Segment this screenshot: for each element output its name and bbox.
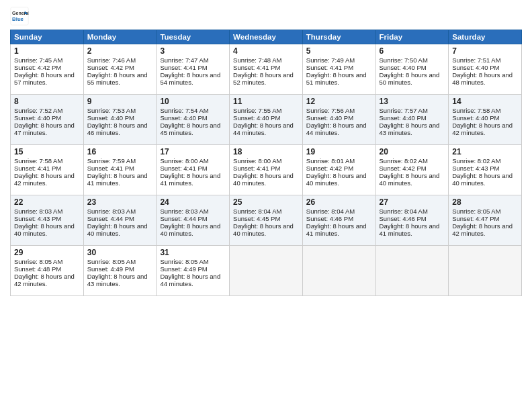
sunrise-label: Sunrise: 7:56 AM <box>306 107 355 114</box>
sunset-label: Sunset: 4:42 PM <box>87 64 134 71</box>
day-number: 12 <box>306 97 372 106</box>
col-header-wednesday: Wednesday <box>230 30 303 44</box>
daylight-label: Daylight: 8 hours and 47 minutes. <box>14 122 75 136</box>
day-number: 5 <box>306 46 372 56</box>
day-cell: 21 Sunrise: 8:02 AM Sunset: 4:43 PM Dayl… <box>449 145 522 195</box>
logo: General Blue <box>10 7 30 26</box>
col-header-thursday: Thursday <box>302 30 375 44</box>
day-number: 8 <box>14 97 80 106</box>
daylight-label: Daylight: 8 hours and 40 minutes. <box>233 172 294 187</box>
sunrise-label: Sunrise: 7:57 AM <box>380 107 428 114</box>
sunset-label: Sunset: 4:40 PM <box>160 114 207 122</box>
sunrise-label: Sunrise: 7:52 AM <box>14 107 62 114</box>
sunset-label: Sunset: 4:41 PM <box>233 165 280 172</box>
week-row-4: 22 Sunrise: 8:03 AM Sunset: 4:43 PM Dayl… <box>11 195 522 246</box>
day-cell: 6 Sunrise: 7:50 AM Sunset: 4:40 PM Dayli… <box>375 44 449 95</box>
day-cell <box>302 246 375 296</box>
day-cell: 7 Sunrise: 7:51 AM Sunset: 4:40 PM Dayli… <box>449 44 522 95</box>
day-number: 9 <box>87 97 153 106</box>
sunrise-label: Sunrise: 7:47 AM <box>160 56 208 64</box>
day-cell: 23 Sunrise: 8:03 AM Sunset: 4:44 PM Dayl… <box>83 195 157 246</box>
day-number: 22 <box>14 197 80 207</box>
header: General Blue <box>10 7 522 26</box>
sunrise-label: Sunrise: 8:02 AM <box>380 157 428 165</box>
day-cell: 24 Sunrise: 8:03 AM Sunset: 4:44 PM Dayl… <box>157 195 230 246</box>
col-header-tuesday: Tuesday <box>157 30 230 44</box>
sunset-label: Sunset: 4:41 PM <box>14 165 61 172</box>
sunrise-label: Sunrise: 8:00 AM <box>160 157 208 165</box>
sunrise-label: Sunrise: 8:01 AM <box>306 157 355 165</box>
daylight-label: Daylight: 8 hours and 42 minutes. <box>14 273 75 287</box>
week-row-1: 1 Sunrise: 7:45 AM Sunset: 4:42 PM Dayli… <box>11 44 522 95</box>
sunset-label: Sunset: 4:49 PM <box>87 265 134 273</box>
day-number: 11 <box>233 97 299 106</box>
day-number: 27 <box>380 197 445 207</box>
daylight-label: Daylight: 8 hours and 48 minutes. <box>452 71 513 86</box>
day-cell: 12 Sunrise: 7:56 AM Sunset: 4:40 PM Dayl… <box>302 95 375 145</box>
day-number: 30 <box>87 248 153 257</box>
day-number: 31 <box>160 248 226 257</box>
day-number: 20 <box>380 147 445 156</box>
day-cell: 28 Sunrise: 8:05 AM Sunset: 4:47 PM Dayl… <box>449 195 522 246</box>
sunset-label: Sunset: 4:41 PM <box>160 165 207 172</box>
col-header-friday: Friday <box>375 30 449 44</box>
sunset-label: Sunset: 4:43 PM <box>452 165 499 172</box>
day-number: 25 <box>233 197 299 207</box>
daylight-label: Daylight: 8 hours and 51 minutes. <box>306 71 367 86</box>
day-number: 1 <box>14 46 80 56</box>
sunset-label: Sunset: 4:42 PM <box>380 165 427 172</box>
day-cell: 10 Sunrise: 7:54 AM Sunset: 4:40 PM Dayl… <box>157 95 230 145</box>
day-number: 28 <box>452 197 518 207</box>
sunrise-label: Sunrise: 8:04 AM <box>233 208 281 215</box>
day-cell: 9 Sunrise: 7:53 AM Sunset: 4:40 PM Dayli… <box>83 95 157 145</box>
day-cell: 14 Sunrise: 7:58 AM Sunset: 4:40 PM Dayl… <box>449 95 522 145</box>
sunrise-label: Sunrise: 7:58 AM <box>452 107 500 114</box>
day-cell: 20 Sunrise: 8:02 AM Sunset: 4:42 PM Dayl… <box>375 145 449 195</box>
day-cell: 26 Sunrise: 8:04 AM Sunset: 4:46 PM Dayl… <box>302 195 375 246</box>
day-cell <box>449 246 522 296</box>
day-number: 21 <box>452 147 518 156</box>
week-row-3: 15 Sunrise: 7:58 AM Sunset: 4:41 PM Dayl… <box>11 145 522 195</box>
day-cell: 29 Sunrise: 8:05 AM Sunset: 4:48 PM Dayl… <box>11 246 84 296</box>
sunrise-label: Sunrise: 8:05 AM <box>14 258 62 265</box>
sunrise-label: Sunrise: 8:05 AM <box>160 258 208 265</box>
daylight-label: Daylight: 8 hours and 41 minutes. <box>160 172 220 187</box>
daylight-label: Daylight: 8 hours and 44 minutes. <box>160 273 220 287</box>
day-number: 7 <box>452 46 518 56</box>
daylight-label: Daylight: 8 hours and 40 minutes. <box>233 222 294 237</box>
sunset-label: Sunset: 4:40 PM <box>380 114 427 122</box>
daylight-label: Daylight: 8 hours and 40 minutes. <box>87 222 148 237</box>
day-number: 17 <box>160 147 226 156</box>
day-number: 10 <box>160 97 226 106</box>
day-number: 2 <box>87 46 153 56</box>
week-row-5: 29 Sunrise: 8:05 AM Sunset: 4:48 PM Dayl… <box>11 246 522 296</box>
day-number: 18 <box>233 147 299 156</box>
col-header-sunday: Sunday <box>11 30 84 44</box>
day-cell: 27 Sunrise: 8:04 AM Sunset: 4:46 PM Dayl… <box>375 195 449 246</box>
daylight-label: Daylight: 8 hours and 43 minutes. <box>87 273 148 287</box>
sunrise-label: Sunrise: 7:46 AM <box>87 56 136 64</box>
sunset-label: Sunset: 4:40 PM <box>452 114 499 122</box>
daylight-label: Daylight: 8 hours and 40 minutes. <box>14 222 75 237</box>
sunrise-label: Sunrise: 8:02 AM <box>452 157 500 165</box>
daylight-label: Daylight: 8 hours and 42 minutes. <box>452 122 513 136</box>
sunset-label: Sunset: 4:42 PM <box>14 64 61 71</box>
day-number: 26 <box>306 197 372 207</box>
day-cell <box>375 246 449 296</box>
day-number: 3 <box>160 46 226 56</box>
day-cell: 11 Sunrise: 7:55 AM Sunset: 4:40 PM Dayl… <box>230 95 303 145</box>
daylight-label: Daylight: 8 hours and 41 minutes. <box>87 172 148 187</box>
day-cell: 30 Sunrise: 8:05 AM Sunset: 4:49 PM Dayl… <box>83 246 157 296</box>
sunset-label: Sunset: 4:40 PM <box>306 114 353 122</box>
daylight-label: Daylight: 8 hours and 43 minutes. <box>380 122 440 136</box>
daylight-label: Daylight: 8 hours and 40 minutes. <box>160 222 220 237</box>
day-number: 14 <box>452 97 518 106</box>
sunset-label: Sunset: 4:40 PM <box>380 64 427 71</box>
svg-text:Blue: Blue <box>12 16 24 22</box>
day-number: 19 <box>306 147 372 156</box>
day-cell: 22 Sunrise: 8:03 AM Sunset: 4:43 PM Dayl… <box>11 195 84 246</box>
sunrise-label: Sunrise: 8:03 AM <box>14 208 62 215</box>
daylight-label: Daylight: 8 hours and 42 minutes. <box>452 222 513 237</box>
day-cell: 4 Sunrise: 7:48 AM Sunset: 4:41 PM Dayli… <box>230 44 303 95</box>
col-header-saturday: Saturday <box>449 30 522 44</box>
